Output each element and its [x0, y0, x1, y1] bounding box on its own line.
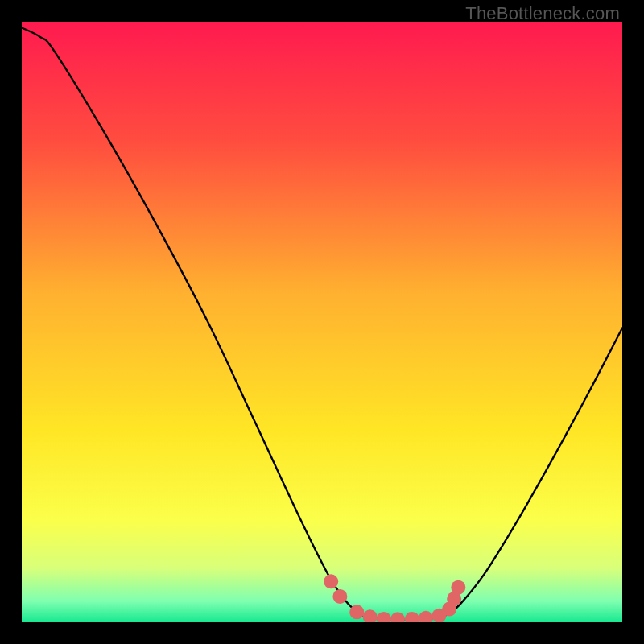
bottleneck-chart	[22, 22, 622, 622]
gradient-background	[22, 22, 622, 622]
chart-frame	[22, 22, 622, 622]
dotted-highlight-point	[324, 574, 338, 588]
dotted-highlight-point	[451, 580, 465, 595]
dotted-highlight-point	[332, 589, 347, 604]
dotted-highlight-point	[349, 605, 364, 619]
